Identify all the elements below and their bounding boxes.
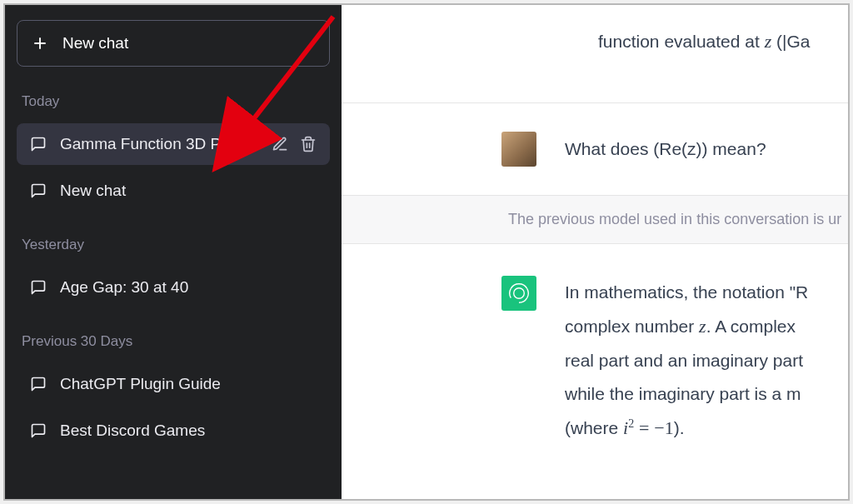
chat-item-label: Age Gap: 30 at 40 xyxy=(60,278,317,297)
main-content: function evaluated at z (|Ga What does (… xyxy=(342,5,848,499)
section-label-today: Today xyxy=(17,87,330,118)
chat-item-label: New chat xyxy=(60,182,317,200)
plus-icon xyxy=(32,36,47,51)
user-message-text: What does (Re(z)) mean? xyxy=(565,139,766,159)
svg-point-2 xyxy=(514,288,525,299)
user-message-row: What does (Re(z)) mean? xyxy=(342,103,848,195)
app-frame: New chat Today Gamma Function 3D Pl New … xyxy=(3,3,850,501)
assist-line-4: while the imaginary part is a m xyxy=(565,377,808,411)
math-var-z: z xyxy=(699,316,706,337)
new-chat-button[interactable]: New chat xyxy=(17,20,330,67)
new-chat-label: New chat xyxy=(62,34,128,52)
math-exp: 2 xyxy=(628,417,634,430)
assist-line-5: (where i2 = −1). xyxy=(565,411,808,446)
assistant-message-text: In mathematics, the notation "R complex … xyxy=(565,276,808,445)
sidebar: New chat Today Gamma Function 3D Pl New … xyxy=(5,5,342,499)
user-avatar xyxy=(501,132,536,167)
snippet-prefix: function evaluated at xyxy=(598,32,765,51)
assist-line-2: complex number z. A complex xyxy=(565,309,808,344)
snippet-suffix: (|Ga xyxy=(771,32,810,51)
chat-item-gamma-function[interactable]: Gamma Function 3D Pl xyxy=(17,123,330,165)
chat-bubble-icon xyxy=(30,422,47,439)
chat-item-label: Best Discord Games xyxy=(60,422,317,440)
chat-item-actions xyxy=(272,136,317,152)
section-label-prev30: Previous 30 Days xyxy=(17,327,330,358)
chat-item-new-chat[interactable]: New chat xyxy=(17,170,330,212)
assist-line-3: real part and an imaginary part xyxy=(565,344,808,377)
chat-item-label: ChatGPT Plugin Guide xyxy=(60,375,317,393)
chat-bubble-icon xyxy=(30,279,47,296)
assist-line-1: In mathematics, the notation "R xyxy=(565,276,808,309)
model-notice: The previous model used in this conversa… xyxy=(342,195,848,244)
chat-item-discord-games[interactable]: Best Discord Games xyxy=(17,410,330,452)
pencil-icon[interactable] xyxy=(272,136,288,152)
chat-bubble-icon xyxy=(30,376,47,392)
chat-item-label: Gamma Function 3D Pl xyxy=(60,135,258,153)
assistant-avatar xyxy=(501,276,536,311)
section-label-yesterday: Yesterday xyxy=(17,230,330,262)
chat-bubble-icon xyxy=(30,182,47,199)
math-var-z: z xyxy=(765,31,772,52)
openai-logo-icon xyxy=(507,282,531,305)
chat-item-age-gap[interactable]: Age Gap: 30 at 40 xyxy=(17,267,330,308)
trash-icon[interactable] xyxy=(300,136,317,152)
chat-item-plugin-guide[interactable]: ChatGPT Plugin Guide xyxy=(17,363,330,405)
prev-response-snippet: function evaluated at z (|Ga xyxy=(342,27,848,56)
chat-bubble-icon xyxy=(30,136,47,152)
assistant-message-row: In mathematics, the notation "R complex … xyxy=(342,244,848,445)
